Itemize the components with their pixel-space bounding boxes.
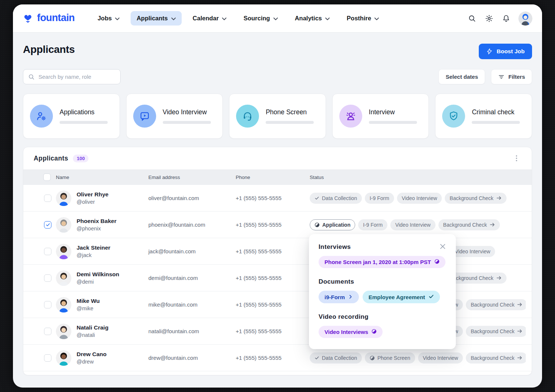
- person-icon: [339, 105, 362, 128]
- name-lines: Jack Steiner@jack: [77, 244, 110, 258]
- table-header-row: Name Email address Phone Status: [23, 169, 532, 185]
- chevron-down-icon: [273, 17, 278, 20]
- nav-item-posthire[interactable]: Posthire: [341, 11, 385, 26]
- status-chip-label: Video Interview: [402, 195, 437, 201]
- select-dates-button[interactable]: Select dates: [438, 69, 485, 84]
- bell-icon[interactable]: [501, 14, 511, 23]
- status-chip[interactable]: Video Interview: [397, 193, 442, 204]
- applicant-phone: +1 (555) 555-5555: [236, 248, 310, 254]
- applicant-avatar: [56, 297, 71, 312]
- name-cell: Mike Wu@mike: [49, 297, 148, 312]
- applicant-avatar: [56, 324, 71, 339]
- fountain-logo-icon: [23, 13, 34, 24]
- status-chip[interactable]: I-9 Form: [358, 219, 387, 230]
- nav-item-calendar[interactable]: Calendar: [187, 11, 233, 26]
- video-interviews-chip[interactable]: Video Interviews: [319, 326, 383, 338]
- search-input[interactable]: [38, 74, 115, 80]
- stage-card-interview[interactable]: Interview: [332, 94, 429, 139]
- nav-item-sourcing[interactable]: Sourcing: [238, 11, 284, 26]
- arrow-right-icon: [517, 355, 522, 360]
- applicant-handle: @oliver: [77, 199, 108, 205]
- status-chip-label: Video Interview: [455, 249, 490, 254]
- name-lines: Oliver Rhye@oliver: [77, 191, 108, 205]
- status-chip[interactable]: I-9 Form: [365, 193, 394, 204]
- stage-label: Criminal check: [472, 108, 520, 116]
- column-header-phone: Phone: [236, 175, 310, 180]
- search-icon[interactable]: [467, 14, 477, 23]
- nav-item-label: Calendar: [193, 15, 219, 22]
- interview-chip[interactable]: Phone Screen jan 1, 2020 at 1:00pm PST: [319, 256, 445, 268]
- applicant-email: mike@fountain.com: [148, 301, 236, 308]
- nav-right: [467, 11, 532, 26]
- table-row[interactable]: Oliver Rhye@oliveroliver@fountain.com+1 …: [23, 185, 532, 212]
- stage-progress-bar: [472, 121, 520, 124]
- stage-info: Interview: [369, 108, 417, 124]
- status-chip-label: Background Check: [471, 328, 514, 334]
- applicant-email: drew@fountain.com: [148, 355, 236, 361]
- status-chip[interactable]: Background Check: [445, 193, 506, 204]
- close-icon[interactable]: [438, 241, 448, 251]
- fountain-logo[interactable]: fountain: [23, 13, 75, 24]
- boost-job-button[interactable]: Boost Job: [479, 44, 532, 59]
- nav-menu: JobsApplicantsCalendarSourcingAnalyticsP…: [92, 11, 385, 26]
- stage-progress-bar: [369, 121, 417, 124]
- status-chip[interactable]: Background Check: [438, 219, 500, 230]
- applicant-avatar: [56, 244, 71, 259]
- table-row[interactable]: Phoenix Baker@phoenixphoenix@fountain.co…: [23, 212, 532, 238]
- chevron-right-icon: [348, 294, 353, 300]
- nav-item-applicants[interactable]: Applicants: [131, 11, 181, 26]
- stage-label: Applications: [60, 108, 108, 116]
- status-chip[interactable]: Data Collection: [310, 193, 362, 204]
- applicant-name: Mike Wu: [77, 298, 100, 304]
- status-chip[interactable]: Video Interview: [450, 246, 495, 257]
- kebab-menu-icon[interactable]: [512, 153, 521, 163]
- name-lines: Phoenix Baker@phoenix: [77, 218, 117, 232]
- chevron-down-icon: [171, 17, 176, 20]
- applicant-phone: +1 (555) 555-5555: [236, 222, 310, 228]
- status-chips: Data CollectionPhone ScreenVideo Intervi…: [310, 352, 526, 364]
- stage-card-applications[interactable]: Applications: [23, 94, 120, 139]
- nav-item-analytics[interactable]: Analytics: [289, 11, 336, 26]
- arrow-right-icon: [490, 222, 495, 227]
- half-circle-icon: [371, 329, 377, 335]
- applicant-email: jack@fountain.com: [148, 248, 236, 254]
- name-lines: Drew Cano@drew: [77, 351, 107, 365]
- status-chip[interactable]: Video Interview: [418, 352, 463, 364]
- table-row[interactable]: Drew Cano@drewdrew@fountain.com+1 (555) …: [23, 345, 532, 371]
- name-lines: Natali Craig@natali: [77, 324, 108, 338]
- status-chip[interactable]: Background Check: [466, 326, 526, 337]
- applicant-name: Demi Wilkinson: [77, 271, 119, 278]
- status-chip-label: Data Collection: [322, 355, 357, 361]
- stage-card-criminal-check[interactable]: Criminal check: [435, 94, 532, 139]
- arrow-right-icon: [517, 302, 522, 307]
- nav-item-label: Jobs: [98, 15, 112, 22]
- status-chip[interactable]: Application: [310, 219, 355, 230]
- stage-card-video-interview[interactable]: Video Interview: [126, 94, 223, 139]
- applicant-phone: +1 (555) 555-5555: [236, 328, 310, 334]
- status-chip[interactable]: Background Check: [466, 352, 526, 364]
- stage-label: Interview: [369, 108, 417, 116]
- status-chip[interactable]: Data Collection: [310, 352, 362, 364]
- filters-button[interactable]: Filters: [491, 69, 532, 84]
- stage-info: Criminal check: [472, 108, 520, 124]
- arrow-right-icon: [496, 196, 502, 200]
- document-chip-i9[interactable]: i9-Form: [319, 291, 359, 303]
- user-avatar[interactable]: [518, 11, 532, 26]
- document-chip-employee-agreement[interactable]: Employee Agreement: [363, 291, 440, 303]
- name-cell: Jack Steiner@jack: [49, 244, 148, 259]
- nav-item-label: Applicants: [137, 15, 168, 22]
- status-chip[interactable]: Phone Screen: [365, 352, 415, 364]
- stage-cards: ApplicationsVideo InterviewPhone ScreenI…: [23, 94, 532, 139]
- name-cell: Demi Wilkinson@demi: [49, 270, 148, 286]
- column-header-email: Email address: [148, 175, 236, 180]
- nav-item-jobs[interactable]: Jobs: [92, 11, 126, 26]
- stage-card-phone-screen[interactable]: Phone Screen: [229, 94, 326, 139]
- arrow-right-icon: [517, 329, 522, 334]
- stage-label: Phone Screen: [266, 108, 314, 116]
- status-chips: ApplicationI-9 FormVideo InterviewBackgr…: [310, 219, 526, 230]
- gear-icon[interactable]: [484, 14, 494, 23]
- name-lines: Demi Wilkinson@demi: [77, 271, 119, 285]
- name-cell: Oliver Rhye@oliver: [49, 190, 148, 206]
- status-chip[interactable]: Background Check: [466, 299, 526, 310]
- status-chip[interactable]: Video Interview: [390, 219, 435, 230]
